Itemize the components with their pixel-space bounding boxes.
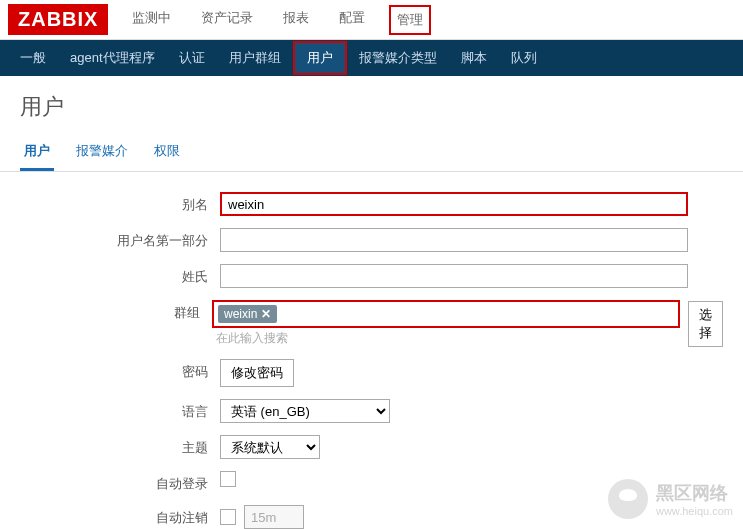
watermark-url: www.heiqu.com bbox=[656, 505, 733, 517]
group-tag: weixin ✕ bbox=[218, 305, 277, 323]
topnav-config[interactable]: 配置 bbox=[333, 5, 371, 35]
watermark: 黑区网络 www.heiqu.com bbox=[608, 479, 733, 519]
alias-label: 别名 bbox=[20, 192, 220, 214]
topnav-reports[interactable]: 报表 bbox=[277, 5, 315, 35]
tab-permissions[interactable]: 权限 bbox=[150, 134, 184, 171]
group-tag-remove-icon[interactable]: ✕ bbox=[261, 307, 271, 321]
surname-label: 姓氏 bbox=[20, 264, 220, 286]
watermark-icon bbox=[608, 479, 648, 519]
autologout-label: 自动注销 bbox=[20, 505, 220, 527]
page-title: 用户 bbox=[0, 76, 743, 134]
topnav-admin[interactable]: 管理 bbox=[389, 5, 431, 35]
group-label: 群组 bbox=[20, 300, 212, 322]
group-search-placeholder: 在此输入搜索 bbox=[212, 330, 680, 347]
subnav-users[interactable]: 用户 bbox=[293, 41, 347, 75]
surname-input[interactable] bbox=[220, 264, 688, 288]
subnav-proxies[interactable]: agent代理程序 bbox=[58, 43, 167, 73]
tabs: 用户 报警媒介 权限 bbox=[0, 134, 743, 172]
sub-nav: 一般 agent代理程序 认证 用户群组 用户 报警媒介类型 脚本 队列 bbox=[0, 40, 743, 76]
watermark-title: 黑区网络 bbox=[656, 481, 733, 505]
theme-select[interactable]: 系统默认 bbox=[220, 435, 320, 459]
change-password-button[interactable]: 修改密码 bbox=[220, 359, 294, 387]
lang-label: 语言 bbox=[20, 399, 220, 421]
lang-select[interactable]: 英语 (en_GB) bbox=[220, 399, 390, 423]
password-label: 密码 bbox=[20, 359, 220, 381]
autologout-checkbox[interactable] bbox=[220, 509, 236, 525]
group-tagbox[interactable]: weixin ✕ bbox=[212, 300, 680, 328]
theme-label: 主题 bbox=[20, 435, 220, 457]
subnav-auth[interactable]: 认证 bbox=[167, 43, 217, 73]
topnav-monitoring[interactable]: 监测中 bbox=[126, 5, 177, 35]
name-label: 用户名第一部分 bbox=[20, 228, 220, 250]
tab-user[interactable]: 用户 bbox=[20, 134, 54, 171]
logo: ZABBIX bbox=[8, 4, 108, 35]
top-nav: 监测中 资产记录 报表 配置 管理 bbox=[126, 5, 431, 35]
group-tag-label: weixin bbox=[224, 307, 257, 321]
autologin-checkbox[interactable] bbox=[220, 471, 236, 487]
topnav-inventory[interactable]: 资产记录 bbox=[195, 5, 259, 35]
subnav-scripts[interactable]: 脚本 bbox=[449, 43, 499, 73]
autologin-label: 自动登录 bbox=[20, 471, 220, 493]
group-select-button[interactable]: 选择 bbox=[688, 301, 723, 347]
subnav-usergroups[interactable]: 用户群组 bbox=[217, 43, 293, 73]
subnav-general[interactable]: 一般 bbox=[8, 43, 58, 73]
subnav-queue[interactable]: 队列 bbox=[499, 43, 549, 73]
name-input[interactable] bbox=[220, 228, 688, 252]
tab-media[interactable]: 报警媒介 bbox=[72, 134, 132, 171]
alias-input[interactable] bbox=[220, 192, 688, 216]
subnav-mediatypes[interactable]: 报警媒介类型 bbox=[347, 43, 449, 73]
user-form: 别名 用户名第一部分 姓氏 群组 weixin ✕ 在此输入搜索 bbox=[0, 172, 743, 529]
autologout-input bbox=[244, 505, 304, 529]
